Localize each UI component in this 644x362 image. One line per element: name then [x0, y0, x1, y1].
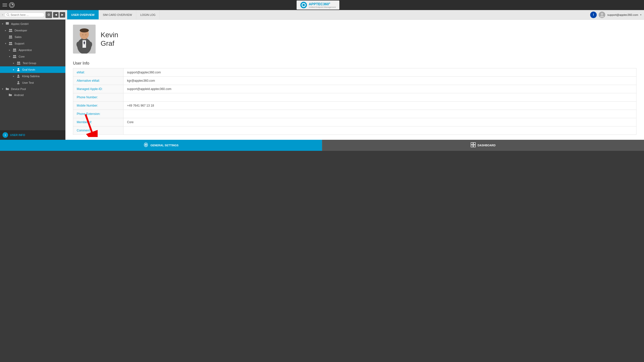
sidebar-item-grafkevin[interactable]: ▸Graf Kevin [0, 66, 65, 73]
svg-point-4 [7, 14, 9, 16]
sidebar-item-konigsabrina[interactable]: ▸König Sabrina [0, 73, 65, 79]
svg-rect-50 [471, 143, 473, 145]
forward-button[interactable]: ▶ [60, 12, 65, 18]
dashboard-label: DASHBOARD [478, 144, 496, 147]
svg-rect-52 [471, 145, 473, 147]
group-icon [9, 35, 13, 39]
svg-point-33 [18, 68, 19, 70]
user-dropdown-arrow[interactable]: ▾ [640, 14, 641, 16]
group-icon [17, 61, 21, 65]
field-value: support@apptec360.com [124, 68, 636, 77]
user-name: support@apptec360.com [607, 13, 638, 16]
svg-point-49 [145, 144, 147, 146]
general-settings-label: GENERAL SETTINGS [150, 144, 179, 147]
svg-point-47 [82, 34, 84, 36]
tree-label: Test Group [23, 62, 36, 65]
sidebar-item-apptec[interactable]: ▾Apptec GmbH [0, 21, 65, 27]
notification-icon[interactable]: ! [590, 12, 597, 18]
table-row: Mobile Number:+49 7641 967 13 18 [73, 102, 636, 110]
svg-point-48 [85, 34, 87, 36]
tab-user-overview[interactable]: USER OVERVIEW [67, 10, 99, 19]
svg-point-29 [17, 62, 19, 63]
svg-point-25 [13, 55, 15, 57]
field-label: Comment: [73, 126, 124, 135]
svg-point-38 [17, 83, 20, 84]
logo-subtext: Unified Endpoint Management [309, 6, 336, 8]
field-value: support@appleid.apptec360.com [124, 85, 636, 93]
svg-line-5 [9, 15, 9, 16]
profile-svg [73, 25, 96, 54]
info-icon: i [3, 132, 8, 138]
dropdown-toggle[interactable]: ▾ [2, 14, 3, 16]
top-bar: APPTEC360° Unified Endpoint Management [0, 0, 644, 10]
hamburger-icon[interactable] [3, 4, 7, 7]
nav-tabs: USER OVERVIEW SIM CARD OVERVIEW LOGIN LO… [67, 10, 160, 19]
field-label: Mobile Number: [73, 102, 124, 110]
gear-button[interactable]: ⚙ [46, 12, 52, 18]
table-row: Phone Extension: [73, 110, 636, 118]
svg-rect-51 [473, 143, 475, 145]
folder-icon [9, 93, 12, 97]
sidebar-item-core[interactable]: ▾Core [0, 53, 65, 60]
tab-sim-card-overview[interactable]: SIM CARD OVERVIEW [99, 10, 136, 19]
search-icon [7, 13, 10, 16]
svg-point-13 [9, 35, 11, 37]
svg-point-35 [18, 75, 19, 76]
sidebar-item-apprentice[interactable]: ▸Apprentice [0, 47, 65, 53]
svg-point-10 [11, 29, 12, 30]
org-icon [6, 22, 9, 26]
user-info-table: eMail:support@apptec360.comAlternative e… [73, 68, 636, 135]
tree-label: Android [14, 94, 24, 97]
settings-icon [143, 142, 148, 148]
tree-label: Device Pool [11, 87, 26, 90]
table-row: Alternative eMail:kgr@apptec360.com [73, 77, 636, 85]
svg-point-34 [17, 70, 20, 71]
logo-area: APPTEC360° Unified Endpoint Management [297, 1, 339, 10]
svg-point-6 [601, 13, 603, 15]
sidebar-item-testgroup[interactable]: ▸Test Group [0, 60, 65, 66]
search-input[interactable] [11, 13, 41, 16]
tree-label: Developer [15, 29, 27, 32]
field-label: Phone Extension: [73, 110, 124, 118]
nav-bar: ▾ ⚙ ◀ ▶ USER OVERVIEW SIM CARD OVERVIEW … [0, 10, 644, 20]
svg-point-12 [10, 31, 12, 32]
dashboard-button[interactable]: DASHBOARD [322, 140, 644, 151]
sidebar-item-devicepool[interactable]: ▾Device Pool [0, 86, 65, 92]
svg-point-18 [11, 42, 12, 43]
back-button[interactable]: ◀ [53, 12, 59, 18]
tree-label: Apprentice [19, 49, 32, 52]
table-row: Comment: [73, 126, 636, 135]
table-row: Managed Apple-ID:support@appleid.apptec3… [73, 85, 636, 93]
sidebar-item-android[interactable]: Android [0, 92, 65, 98]
tree-label: Apptec GmbH [11, 22, 28, 25]
tree-label: Sales [15, 35, 22, 38]
sidebar-section-user-info: i USER INFO [0, 130, 65, 140]
search-box [4, 13, 45, 17]
svg-point-30 [19, 62, 20, 63]
field-value [124, 110, 636, 118]
svg-point-28 [14, 57, 16, 58]
svg-point-32 [18, 64, 20, 65]
field-label: eMail: [73, 68, 124, 77]
bottom-bar: GENERAL SETTINGS DASHBOARD [0, 140, 644, 151]
svg-point-14 [11, 35, 12, 37]
tree-label: Graf Kevin [22, 68, 35, 71]
profile-photo [73, 25, 96, 54]
user-info-title: User Info [73, 61, 636, 66]
tree-label: Core [19, 55, 25, 58]
general-settings-button[interactable]: GENERAL SETTINGS [0, 140, 322, 151]
field-label: Managed Apple-ID: [73, 85, 124, 93]
svg-point-26 [15, 55, 16, 57]
content-area: Kevin Graf User Info eMail:support@appte… [65, 20, 644, 140]
sidebar-item-support[interactable]: ▾Support [0, 40, 65, 47]
field-value: Core [124, 118, 636, 126]
sidebar: ▾Apptec GmbH▸DeveloperSales▾Support▸Appr… [0, 20, 65, 140]
tab-login-log[interactable]: LOGIN LOG [136, 10, 160, 19]
sidebar-item-usertest[interactable]: User Test [0, 79, 65, 86]
svg-point-36 [17, 76, 20, 78]
main-layout: ▾Apptec GmbH▸DeveloperSales▾Support▸Appr… [0, 20, 644, 140]
folder-icon [6, 87, 9, 91]
sidebar-item-developer[interactable]: ▸Developer [0, 27, 65, 34]
sidebar-item-sales[interactable]: Sales [0, 34, 65, 40]
user-icon [17, 74, 20, 78]
